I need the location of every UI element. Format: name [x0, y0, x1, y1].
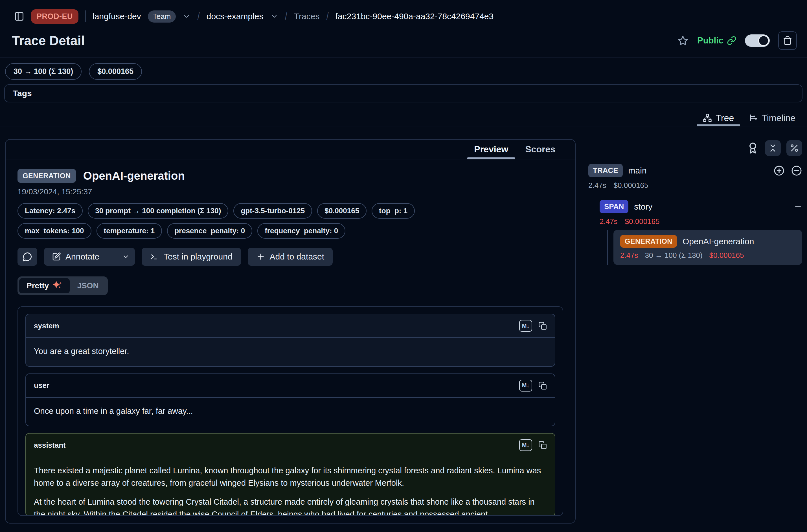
button-divider: [112, 248, 112, 266]
trace-cost: $0.000165: [614, 181, 649, 190]
breadcrumb-org[interactable]: langfuse-dev: [93, 12, 141, 21]
tags-box[interactable]: Tags: [4, 84, 803, 102]
presence-penalty-badge: presence_penalty: 0: [167, 223, 252, 239]
assistant-paragraph: At the heart of Lumina stood the towerin…: [34, 496, 547, 516]
minus-circle-icon[interactable]: [791, 165, 802, 176]
cost-badge: $0.000165: [317, 203, 367, 218]
temperature-badge: temperature: 1: [96, 223, 162, 239]
observation-meta-badges: Latency: 2.47s 30 prompt → 100 completio…: [18, 203, 491, 239]
collapse-all-button[interactable]: [765, 140, 781, 156]
tags-label: Tags: [13, 89, 32, 98]
header-divider: [0, 58, 807, 58]
trash-icon: [783, 36, 792, 45]
breadcrumb-slash: /: [197, 10, 200, 23]
message-content: You are a great storyteller.: [26, 338, 555, 366]
copy-icon[interactable]: [538, 381, 547, 390]
public-toggle[interactable]: [745, 34, 770, 47]
trace-badge: TRACE: [588, 164, 623, 177]
tree-node-trace[interactable]: TRACE main 2.47s $0.000165: [588, 164, 802, 190]
timeline-icon: [749, 113, 757, 122]
generation-badge: GENERATION: [620, 235, 677, 248]
delete-trace-button[interactable]: [778, 31, 797, 50]
annotate-button[interactable]: Annotate: [44, 248, 107, 266]
message-role: user: [34, 381, 50, 390]
message-content: There existed a majestic planet called L…: [26, 457, 555, 516]
test-in-playground-button[interactable]: Test in playground: [142, 248, 241, 266]
generation-cost: $0.000165: [709, 251, 744, 260]
tree-node-generation-selected[interactable]: GENERATION OpenAI-generation 2.47s 30 → …: [614, 230, 802, 265]
cost-badge: $0.000165: [89, 63, 142, 80]
observation-title: OpenAI-generation: [83, 170, 185, 182]
span-badge: SPAN: [600, 200, 628, 213]
org-type-badge[interactable]: Team: [148, 11, 176, 23]
tab-timeline[interactable]: Timeline: [741, 110, 803, 126]
chevron-down-icon[interactable]: [183, 13, 190, 20]
message-system: system M↓ You are a great storyteller.: [25, 314, 555, 367]
pen-square-icon: [52, 252, 61, 261]
generation-latency: 2.47s: [620, 251, 638, 260]
tab-tree[interactable]: Tree: [696, 110, 742, 126]
breadcrumb-section[interactable]: Traces: [294, 12, 320, 21]
copy-icon[interactable]: [538, 441, 547, 449]
generation-tokens: 30 → 100 (Σ 130): [645, 251, 702, 260]
breadcrumb-separator-line: [85, 11, 86, 22]
token-detail-badge: 30 prompt → 100 completion (Σ 130): [88, 203, 228, 218]
plus-icon: [256, 252, 265, 261]
view-tabs: Tree Timeline: [0, 110, 807, 126]
annotate-dropdown-button[interactable]: [117, 248, 135, 266]
io-preview-box: system M↓ You are a great storyteller. u…: [18, 306, 563, 516]
observation-detail-card: Preview Scores GENERATION OpenAI-generat…: [5, 139, 576, 524]
terminal-icon: [150, 252, 159, 261]
tab-preview[interactable]: Preview: [466, 140, 517, 159]
chevron-down-icon[interactable]: [270, 13, 278, 20]
public-label: Public: [697, 36, 736, 46]
minus-icon[interactable]: [794, 203, 802, 211]
span-name: story: [634, 202, 652, 212]
markdown-toggle-icon[interactable]: M↓: [519, 320, 532, 332]
plus-circle-icon[interactable]: [773, 165, 785, 176]
add-to-dataset-button[interactable]: Add to dataset: [248, 248, 333, 266]
model-badge: gpt-3.5-turbo-0125: [233, 203, 312, 218]
markdown-toggle-icon[interactable]: M↓: [519, 439, 532, 451]
chevrons-down-up-icon: [768, 143, 778, 153]
latency-badge: Latency: 2.47s: [18, 203, 83, 218]
span-cost: $0.000165: [625, 217, 660, 226]
breadcrumb-slash: /: [326, 10, 329, 23]
span-latency: 2.47s: [600, 217, 618, 226]
tree-node-span[interactable]: SPAN story 2.47s $0.000165 GENERATION Op…: [600, 200, 802, 265]
copy-icon[interactable]: [538, 322, 547, 330]
max-tokens-badge: max_tokens: 100: [18, 223, 91, 239]
sparkles-icon: [53, 281, 62, 290]
observation-timestamp: 19/03/2024, 15:25:37: [18, 187, 563, 196]
trace-name: main: [628, 166, 647, 175]
link-icon[interactable]: [727, 36, 736, 45]
format-toggle: Pretty JSON: [18, 277, 108, 295]
frequency-penalty-badge: frequency_penalty: 0: [257, 223, 345, 239]
message-role: system: [34, 322, 59, 330]
token-usage-badge: 30 → 100 (Σ 130): [5, 63, 81, 80]
trace-tree-panel: TRACE main 2.47s $0.000165 SPAN story: [588, 140, 802, 265]
markdown-toggle-icon[interactable]: M↓: [519, 380, 532, 392]
generation-name: OpenAI-generation: [682, 237, 754, 246]
annotate-split-button: Annotate: [44, 248, 135, 266]
comment-button[interactable]: [18, 248, 37, 266]
panel-tabs: Preview Scores: [6, 140, 575, 159]
breadcrumb-slash: /: [285, 10, 287, 23]
percent-icon: [789, 143, 799, 153]
breadcrumb-trace-id: fac231bc-90ee-490a-aa32-78c4269474e3: [336, 12, 493, 21]
format-pretty[interactable]: Pretty: [19, 278, 70, 293]
chevron-down-icon: [122, 253, 130, 260]
format-json[interactable]: JSON: [70, 278, 106, 293]
environment-badge[interactable]: PROD-EU: [31, 9, 78, 24]
message-user: user M↓ Once upon a time in a galaxy far…: [25, 374, 555, 426]
star-icon[interactable]: [677, 35, 689, 46]
breadcrumb: PROD-EU langfuse-dev Team / docs-example…: [14, 8, 796, 24]
trace-latency: 2.47s: [588, 181, 606, 190]
assistant-paragraph: There existed a majestic planet called L…: [34, 464, 547, 489]
breadcrumb-project[interactable]: docs-examples: [207, 12, 264, 21]
comment-icon: [22, 252, 33, 262]
award-icon[interactable]: [746, 141, 759, 155]
panel-left-icon[interactable]: [14, 11, 24, 21]
percent-metrics-button[interactable]: [786, 140, 802, 156]
tab-scores[interactable]: Scores: [517, 140, 564, 159]
